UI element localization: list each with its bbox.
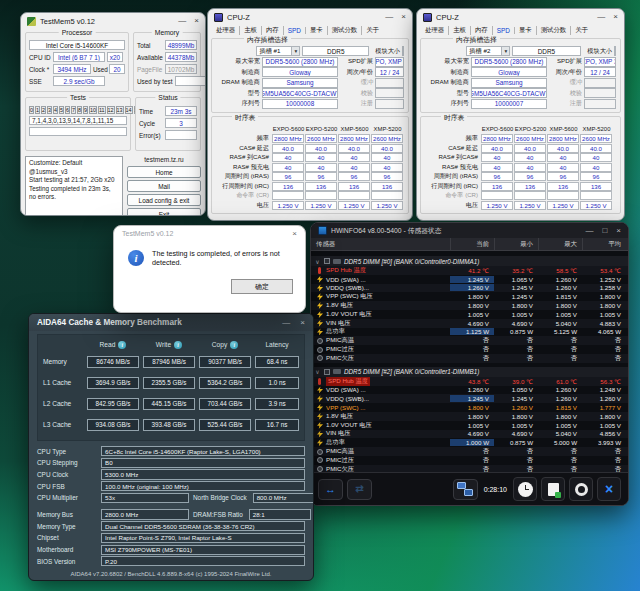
group-checkbox[interactable] (324, 369, 330, 375)
sensor-row[interactable]: VDDQ (SWB)... 1.260 V 1.245 V 1.260 V 1.… (311, 284, 628, 293)
slot-select[interactable]: 插槽 #2 ▾ (466, 46, 510, 56)
test-number-toggle[interactable]: 10 (89, 106, 97, 114)
collapse-icon[interactable]: ∨ (314, 368, 321, 375)
sensor-row[interactable]: SPD Hub 温度 41.2 ℃ 35.2 ℃ 58.5 ℃ 53.4 ℃ (311, 266, 628, 275)
settings-button[interactable] (569, 477, 593, 501)
close-sensors-button[interactable]: × (597, 477, 621, 501)
tab[interactable]: SPD (284, 27, 306, 34)
tab[interactable]: SPD (493, 27, 515, 34)
sensor-row[interactable]: PMIC欠压 否 否 否 否 (311, 465, 628, 472)
sensor-row[interactable]: VPP (SWC) 电压 1.800 V 1.245 V 1.815 V 1.8… (311, 292, 628, 301)
sensor-row[interactable]: VIN 电压 4.690 V 4.690 V 5.040 V 4.856 V (311, 430, 628, 439)
close-icon[interactable]: × (613, 13, 618, 21)
column-max[interactable]: 最大 (538, 238, 582, 250)
mail-button[interactable]: Mail (127, 180, 201, 192)
clock-button[interactable] (513, 477, 537, 501)
sensor-row[interactable]: 总功率 1.000 W 0.875 W 5.000 W 3.993 W (311, 438, 628, 447)
sensor-row[interactable]: PMIC高温 否 否 否 否 (311, 447, 628, 456)
expand-columns-button[interactable]: ↔ (318, 479, 343, 500)
info-icon[interactable]: i (174, 341, 182, 349)
tab[interactable]: 测试分数 (328, 26, 363, 35)
test-number-toggle[interactable]: 3 (47, 106, 52, 114)
sensor-row[interactable]: 1.0V VOUT 电压 1.005 V 1.005 V 1.005 V 1.0… (311, 310, 628, 319)
minimize-icon[interactable]: — (282, 319, 290, 327)
test-number-toggle[interactable]: 9 (83, 106, 88, 114)
test-number-toggle[interactable]: 14 (125, 106, 133, 114)
minimize-icon[interactable]: — (385, 13, 393, 21)
testmem-site-link[interactable]: testmem.tz.ru (127, 156, 201, 163)
sensor-row[interactable]: 1.0V VOUT 电压 1.005 V 1.005 V 1.005 V 1.0… (311, 421, 628, 430)
sensor-row[interactable]: PMIC欠压 否 否 否 否 (311, 354, 628, 363)
cpuz-titlebar[interactable]: CPU-Z — × (417, 9, 624, 25)
test-number-toggle[interactable]: 0 (29, 106, 34, 114)
minimize-icon[interactable]: — (597, 13, 605, 21)
minimize-icon[interactable]: — (585, 227, 593, 235)
test-number-toggle[interactable]: 11 (98, 106, 106, 114)
test-number-toggle[interactable]: 7 (71, 106, 76, 114)
tab[interactable]: 主板 (240, 26, 262, 35)
sensor-row[interactable]: 总功率 1.125 W 0.875 W 5.125 W 4.065 W (311, 328, 628, 337)
minimize-icon[interactable]: — (178, 17, 186, 25)
sensor-row[interactable]: VDD (SWA) ... 1.245 V 1.065 V 1.260 V 1.… (311, 275, 628, 284)
dialog-titlebar[interactable]: TestMem5 v0.12 × (114, 226, 305, 241)
sensor-row[interactable]: VDDQ (SWB)... 1.245 V 1.245 V 1.260 V 1.… (311, 394, 628, 403)
sensor-row[interactable]: VDD (SWA) ... 1.260 V 1.050 V 1.260 V 1.… (311, 386, 628, 395)
sensor-group-header[interactable]: ∨ DDR5 DIMM [#2] (BANK 0/Controller1-DIM… (311, 367, 628, 377)
sensor-row[interactable]: SPD Hub 温度 43.8 ℃ 39.0 ℃ 61.0 ℃ 56.3 ℃ (311, 377, 628, 386)
close-icon[interactable]: × (194, 17, 199, 25)
report-button[interactable] (541, 477, 565, 501)
close-icon[interactable]: × (300, 319, 305, 327)
tab[interactable]: 显卡 (515, 26, 537, 35)
load-config-exit-button[interactable]: Load config & exit (127, 194, 201, 206)
write-value: 445.15 GB/s (143, 398, 195, 410)
maximize-icon[interactable]: □ (602, 227, 607, 235)
sensor-row[interactable]: 1.8V 电压 1.800 V 1.800 V 1.800 V 1.800 V (311, 412, 628, 421)
test-number-toggle[interactable]: 2 (41, 106, 46, 114)
tab[interactable]: 关于 (571, 26, 592, 35)
sensor-row[interactable]: 1.8V 电压 1.800 V 1.800 V 1.800 V 1.800 V (311, 301, 628, 310)
info-icon[interactable]: i (230, 341, 238, 349)
tab[interactable]: 内存 (471, 26, 493, 35)
column-current[interactable]: 当前 (450, 238, 494, 250)
tab[interactable]: 显卡 (306, 26, 328, 35)
test-number-toggle[interactable]: 6 (65, 106, 70, 114)
aida64-titlebar[interactable]: AIDA64 Cache & Memory Benchmark — × (29, 314, 313, 331)
testmem5-titlebar[interactable]: TestMem5 v0.12 — × (21, 13, 205, 29)
sensor-row[interactable]: VIN 电压 4.690 V 4.690 V 5.040 V 4.883 V (311, 319, 628, 328)
tab[interactable]: 主板 (449, 26, 471, 35)
sensor-row[interactable]: PMIC高温 否 否 否 否 (311, 336, 628, 345)
test-number-toggle[interactable]: 5 (59, 106, 64, 114)
tab[interactable]: 关于 (362, 26, 383, 35)
hwinfo-titlebar[interactable]: HWiNFO64 v8.00-5400 - 传感器状态 — □ × (311, 223, 628, 238)
clock-label: Clock * (29, 66, 51, 73)
sensor-row[interactable]: PMIC过压 否 否 否 否 (311, 345, 628, 354)
test-number-toggle[interactable]: 12 (107, 106, 115, 114)
tab[interactable]: 测试分数 (537, 26, 572, 35)
slot-select[interactable]: 插槽 #1 ▾ (256, 46, 300, 56)
info-icon[interactable]: i (118, 341, 126, 349)
test-number-toggle[interactable]: 8 (77, 106, 82, 114)
cpuz-titlebar[interactable]: CPU-Z — × (208, 9, 412, 25)
remote-monitoring-button[interactable] (453, 479, 478, 500)
collapse-icon[interactable]: ∨ (314, 258, 321, 265)
test-number-toggle[interactable]: 1 (35, 106, 40, 114)
column-min[interactable]: 最小 (494, 238, 538, 250)
tab[interactable]: 处理器 (212, 26, 240, 35)
column-avg[interactable]: 平均 (582, 238, 626, 250)
collapse-columns-button[interactable]: ⇄ (347, 479, 372, 500)
tab[interactable]: 内存 (262, 26, 284, 35)
sensor-group-header[interactable]: ∨ DDR5 DIMM [#0] (BANK 0/Controller0-DIM… (311, 256, 628, 266)
test-number-toggle[interactable]: 13 (116, 106, 124, 114)
test-number-toggle[interactable]: 4 (53, 106, 58, 114)
column-sensor[interactable]: 传感器 (311, 240, 450, 249)
group-checkbox[interactable] (324, 258, 330, 264)
sensor-row[interactable]: VPP (SWC) ... 1.800 V 1.260 V 1.815 V 1.… (311, 403, 628, 412)
close-icon[interactable]: × (616, 227, 621, 235)
close-icon[interactable]: × (401, 13, 406, 21)
close-icon[interactable]: × (292, 230, 297, 238)
sensor-row[interactable]: PMIC过压 否 否 否 否 (311, 456, 628, 465)
home-button[interactable]: Home (127, 166, 201, 178)
ok-button[interactable]: 确定 (231, 279, 293, 294)
tab[interactable]: 处理器 (421, 26, 449, 35)
exit-button[interactable]: Exit (127, 208, 201, 216)
